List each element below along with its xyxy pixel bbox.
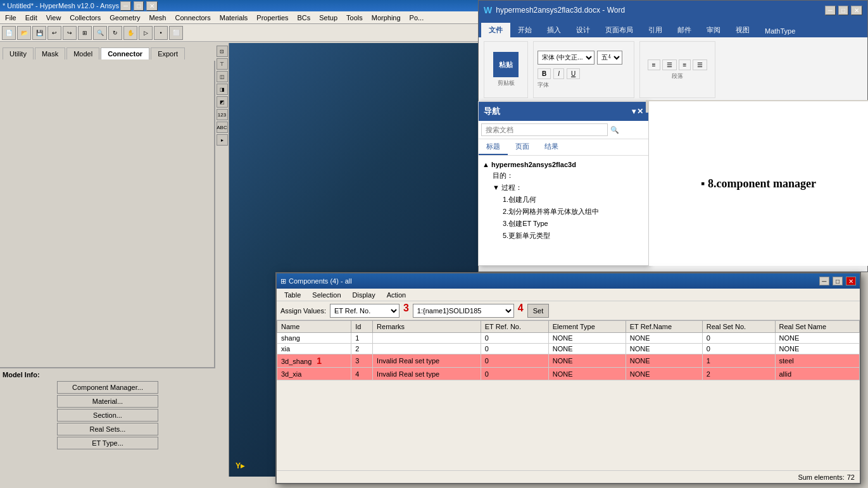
search-icon[interactable]: 🔍 [610,126,619,134]
comp-menu-selection[interactable]: Selection [307,290,346,300]
toolbar-select[interactable]: ▷ [139,26,153,40]
set-button[interactable]: Set [527,304,550,318]
material-button[interactable]: Material... [57,395,158,408]
comp-menu-table[interactable]: Table [279,290,306,300]
nav-tree-item-6[interactable]: 5.更新单元类型 [482,230,645,242]
menu-file[interactable]: File [1,13,20,23]
toolbar-save[interactable]: 💾 [32,26,46,40]
icon-top[interactable]: ⊤ [217,58,228,70]
nav-tree-item-5[interactable]: 3.创建ET Type [482,218,645,230]
toolbar-new[interactable]: 📄 [2,26,16,40]
word-tab-home[interactable]: 开始 [510,23,539,37]
menu-materials[interactable]: Materials [216,13,252,23]
comp-table-container[interactable]: Name Id Remarks ET Ref. No. Element Type… [277,320,860,472]
word-tab-design[interactable]: 设计 [569,23,598,37]
icon-right[interactable]: ◨ [217,84,228,95]
icon-iso[interactable]: ◩ [217,96,228,108]
toolbar-zoom[interactable]: 🔍 [93,26,107,40]
toolbar-rotate[interactable]: ↻ [108,26,122,40]
nav-tree-item-2[interactable]: ▼ 过程： [482,182,645,194]
nav-collapse[interactable]: ▾ [632,107,636,116]
nav-tab-results[interactable]: 结果 [537,139,566,155]
word-maximize[interactable]: □ [838,6,848,15]
align-left-button[interactable]: ≡ [648,59,660,70]
comp-minimize-button[interactable]: ─ [819,277,829,285]
table-row[interactable]: 3d_xia4Invalid Real set type0NONENONE2al… [277,368,860,380]
nav-tree-root[interactable]: ▲ hypermesh2ansys2flac3d [482,160,645,170]
word-tab-view[interactable]: 视图 [728,23,757,37]
comp-close-button[interactable]: ✕ [846,277,856,285]
icon-abc[interactable]: ABC [217,122,228,133]
menu-setup[interactable]: Setup [315,13,341,23]
toolbar-element[interactable]: ⬜ [169,26,183,40]
menu-geometry[interactable]: Geometry [106,13,144,23]
et-type-button[interactable]: ET Type... [57,437,158,449]
menu-mesh[interactable]: Mesh [146,13,170,23]
comp-menu-action[interactable]: Action [382,290,412,300]
tab-model[interactable]: Model [66,47,99,59]
menu-morphing[interactable]: Morphing [368,13,405,23]
tab-connector[interactable]: Connector [101,47,149,59]
icon-numbers[interactable]: 123 [217,109,228,120]
menu-view[interactable]: View [42,13,65,23]
col-real-set-no[interactable]: Real Set No. [702,321,775,333]
word-tab-mathtype[interactable]: MathType [757,25,803,37]
menu-connectors[interactable]: Connectors [171,13,214,23]
tab-mask[interactable]: Mask [35,47,65,59]
assign-select-2[interactable]: 1:{name1}SOLID185 [413,304,514,318]
component-manager-button[interactable]: Component Manager... [57,381,158,394]
underline-button[interactable]: U [567,68,580,79]
tab-utility[interactable]: Utility [3,47,34,59]
section-button[interactable]: Section... [57,409,158,422]
col-et-ref-name[interactable]: ET Ref.Name [626,321,702,333]
toolbar-redo[interactable]: ↪ [63,26,77,40]
word-tab-layout[interactable]: 页面布局 [598,23,641,37]
comp-maximize-button[interactable]: □ [833,277,843,285]
align-right-button[interactable]: ≡ [679,59,691,70]
align-center-button[interactable]: ☰ [662,59,677,70]
table-row[interactable]: 3d_shang 13Invalid Real set type0NONENON… [277,354,860,368]
menu-edit[interactable]: Edit [22,13,41,23]
table-row[interactable]: xia20NONENONE0NONE [277,344,860,354]
paste-button[interactable]: 粘贴 [493,52,519,77]
menu-collectors[interactable]: Collectors [66,13,104,23]
tab-export[interactable]: Export [151,47,185,59]
col-id[interactable]: Id [351,321,373,333]
minimize-button[interactable]: ─ [120,1,131,11]
word-tab-file[interactable]: 文件 [481,23,510,37]
word-close[interactable]: ✕ [851,6,862,15]
col-remarks[interactable]: Remarks [373,321,481,333]
assign-select-1[interactable]: ET Ref. No. [330,304,399,318]
word-tab-insert[interactable]: 插入 [539,23,569,37]
toolbar-node[interactable]: • [154,26,168,40]
font-size-select[interactable]: 五号 [597,51,622,65]
toolbar-open[interactable]: 📂 [17,26,31,40]
real-sets-button[interactable]: Real Sets... [57,423,158,435]
col-name[interactable]: Name [277,321,351,333]
nav-close[interactable]: ✕ [637,107,643,116]
menu-bcs[interactable]: BCs [294,13,315,23]
justify-button[interactable]: ☰ [693,59,707,70]
nav-tab-headings[interactable]: 标题 [479,139,508,155]
close-button[interactable]: ✕ [146,1,158,11]
font-family-select[interactable]: 宋体 (中文正... [538,51,594,65]
italic-button[interactable]: I [553,68,564,79]
bold-button[interactable]: B [538,68,551,79]
table-row[interactable]: shang10NONENONE0NONE [277,333,860,344]
icon-front[interactable]: ◫ [217,71,228,82]
nav-search-input[interactable] [481,123,608,136]
col-real-set-name[interactable]: Real Set Name [775,321,860,333]
word-tab-review[interactable]: 审阅 [699,23,728,37]
toolbar-pan[interactable]: ✋ [123,26,137,40]
word-tab-mail[interactable]: 邮件 [670,23,699,37]
word-minimize[interactable]: ─ [825,6,836,15]
icon-perspective[interactable]: ⊡ [217,46,228,57]
toolbar-undo[interactable]: ↩ [47,26,61,40]
maximize-button[interactable]: □ [134,1,144,11]
word-tab-ref[interactable]: 引用 [641,23,670,37]
toolbar-fit[interactable]: ⊞ [78,26,92,40]
nav-tree-item-3[interactable]: 1.创建几何 [482,194,645,206]
icon-cursor[interactable]: ▸ [217,134,228,146]
menu-properties[interactable]: Properties [253,13,292,23]
menu-more[interactable]: Po... [406,13,428,23]
